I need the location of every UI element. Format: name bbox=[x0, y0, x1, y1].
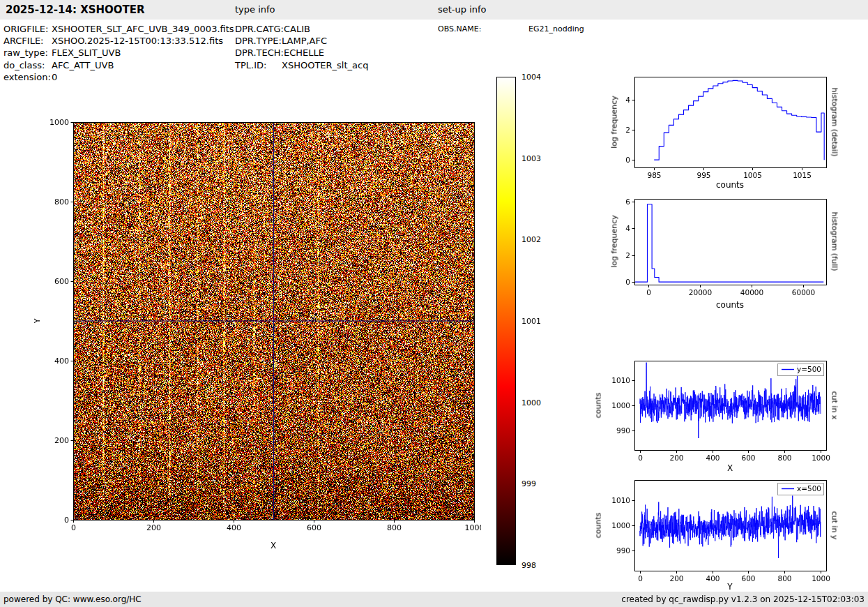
colorbar-tick-label: 1002 bbox=[521, 235, 541, 244]
metadata-row: OBS.NAME:EG21_nodding bbox=[438, 23, 584, 35]
metadata-label: DPR.CATG: bbox=[235, 23, 284, 35]
metadata-value: FLEX_SLIT_UVB bbox=[52, 47, 121, 59]
histogram-full-plot bbox=[593, 195, 832, 306]
type-info-panel: DPR.CATG:CALIBDPR.TYPE:LAMP,AFCDPR.TECH:… bbox=[235, 23, 368, 71]
setup-info-heading: set-up info bbox=[438, 0, 487, 20]
colorbar-tick-label: 1004 bbox=[521, 73, 541, 82]
cut-in-y-ylabel: counts bbox=[594, 513, 603, 539]
metadata-label: raw_type: bbox=[3, 47, 52, 59]
metadata-row: extension:0 bbox=[3, 71, 234, 83]
metadata-value: 0 bbox=[52, 71, 57, 83]
footer-left-text: powered by QC: www.eso.org/HC bbox=[3, 592, 142, 607]
metadata-value: XSHOOTER_slt_acq bbox=[282, 59, 368, 71]
metadata-value: ECHELLE bbox=[284, 47, 324, 59]
cut-in-x-side-label: cut in x bbox=[830, 391, 839, 420]
metadata-value: CALIB bbox=[284, 23, 310, 35]
colorbar-tick-label: 998 bbox=[521, 561, 536, 570]
cut-in-y-xlabel: Y bbox=[727, 582, 732, 592]
type-info-heading: type info bbox=[235, 0, 275, 20]
header-bar: 2025-12-14: XSHOOTER type info set-up in… bbox=[0, 0, 868, 20]
colorbar: 10041003100210011000999998 bbox=[496, 77, 556, 567]
metadata-label: extension: bbox=[3, 71, 52, 83]
metadata-row: ORIGFILE:XSHOOTER_SLT_AFC_UVB_349_0003.f… bbox=[3, 23, 234, 35]
histogram-detail-side-label: histogram (detail) bbox=[830, 88, 839, 157]
metadata-value: XSHOOTER_SLT_AFC_UVB_349_0003.fits bbox=[52, 23, 234, 35]
colorbar-tick-label: 1000 bbox=[521, 398, 541, 407]
qc-rawdisp-page: 2025-12-14: XSHOOTER type info set-up in… bbox=[0, 0, 868, 607]
raw-image-plot bbox=[38, 117, 481, 548]
metadata-label: DPR.TYPE: bbox=[235, 35, 282, 47]
cut-in-y-side-label: cut in y bbox=[830, 511, 839, 540]
file-info-panel: ORIGFILE:XSHOOTER_SLT_AFC_UVB_349_0003.f… bbox=[3, 23, 234, 83]
histogram-detail-ylabel: log frequency bbox=[610, 96, 619, 148]
cut-in-y-plot bbox=[593, 476, 832, 592]
histogram-detail-plot bbox=[593, 73, 832, 188]
metadata-row: ARCFILE:XSHOO.2025-12-15T00:13:33.512.fi… bbox=[3, 35, 234, 47]
metadata-label: ARCFILE: bbox=[3, 35, 52, 47]
histogram-detail-xlabel: counts bbox=[716, 180, 744, 190]
footer-bar: powered by QC: www.eso.org/HC created by… bbox=[0, 592, 868, 607]
cut-in-x-xlabel: X bbox=[727, 463, 733, 473]
metadata-row: DPR.CATG:CALIB bbox=[235, 23, 368, 35]
metadata-label: OBS.NAME: bbox=[438, 23, 528, 35]
colorbar-tick-label: 1001 bbox=[521, 317, 541, 326]
metadata-value: AFC_ATT_UVB bbox=[52, 59, 114, 71]
metadata-value: XSHOO.2025-12-15T00:13:33.512.fits bbox=[52, 35, 223, 47]
cut-in-x-ylabel: counts bbox=[594, 393, 603, 419]
metadata-row: DPR.TECH:ECHELLE bbox=[235, 47, 368, 59]
metadata-value: EG21_nodding bbox=[528, 23, 584, 35]
metadata-label: TPL.ID: bbox=[235, 59, 282, 71]
metadata-label: DPR.TECH: bbox=[235, 47, 284, 59]
histogram-full-ylabel: log frequency bbox=[610, 215, 619, 267]
raw-image-ylabel: Y bbox=[33, 319, 42, 324]
metadata-label: do_class: bbox=[3, 59, 52, 71]
histogram-full-xlabel: counts bbox=[716, 300, 744, 310]
cut-in-x-plot bbox=[593, 357, 832, 471]
metadata-row: TPL.ID:XSHOOTER_slt_acq bbox=[235, 59, 368, 71]
metadata-label: ORIGFILE: bbox=[3, 23, 52, 35]
metadata-value: LAMP,AFC bbox=[282, 35, 327, 47]
colorbar-tick-label: 999 bbox=[521, 479, 536, 488]
colorbar-tick-label: 1003 bbox=[521, 153, 541, 163]
metadata-row: do_class:AFC_ATT_UVB bbox=[3, 59, 234, 71]
colorbar-gradient bbox=[496, 77, 516, 565]
histogram-full-side-label: histogram (full) bbox=[830, 212, 839, 271]
metadata-row: raw_type:FLEX_SLIT_UVB bbox=[3, 47, 234, 59]
page-title: 2025-12-14: XSHOOTER bbox=[6, 0, 145, 20]
metadata-row: DPR.TYPE:LAMP,AFC bbox=[235, 35, 368, 47]
footer-right-text: created by qc_rawdisp.py v1.2.3 on 2025-… bbox=[621, 592, 865, 607]
setup-info-panel: OBS.NAME:EG21_nodding bbox=[438, 23, 584, 35]
raw-image-xlabel: X bbox=[271, 541, 276, 550]
